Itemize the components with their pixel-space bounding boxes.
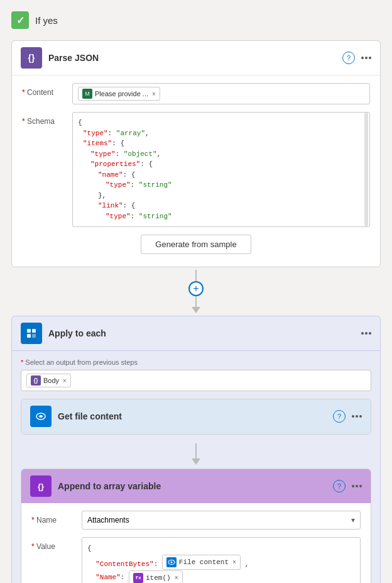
content-chip: M Please provide ... × [78, 87, 160, 101]
add-step-button[interactable]: + [188, 281, 204, 296]
get-file-content-icon [30, 406, 52, 427]
append-array-header: {} Append to array variable ? [21, 469, 371, 503]
if-yes-bar: ✓ If yes [0, 6, 392, 34]
if-yes-label: If yes [35, 15, 58, 26]
apply-to-each-more-button[interactable] [361, 332, 371, 335]
append-array-actions: ? [333, 480, 362, 492]
apply-to-each-actions [361, 332, 371, 335]
value-field-row: * Value { "ContentBytes": [31, 537, 361, 583]
apply-to-each-title: Apply to each [48, 328, 355, 338]
svg-point-5 [40, 415, 42, 418]
append-array-title: Append to array variable [58, 481, 327, 491]
apply-to-each-card: Apply to each * Select an output from pr… [11, 316, 381, 583]
body-chip-close[interactable]: × [63, 377, 67, 384]
body-chip-text: Body [43, 377, 59, 384]
append-array-body: * Name Attachments ▾ * Value [21, 503, 371, 583]
content-field-row: * Content M Please provide ... × [22, 83, 370, 104]
file-content-chip-text: File content [179, 557, 229, 569]
file-content-chip-close[interactable]: × [232, 557, 236, 568]
if-yes-check-icon: ✓ [11, 11, 29, 29]
apply-to-each-header: Apply to each [12, 316, 380, 351]
parse-json-help-icon[interactable]: ? [342, 52, 355, 64]
name-label: * Name [31, 511, 75, 525]
item-chip-close[interactable]: × [175, 573, 178, 583]
content-chip-text: Please provide ... [95, 90, 148, 97]
item-chip-text: item() [146, 572, 171, 583]
inner-connector [21, 440, 371, 469]
body-chip: {} Body × [26, 374, 71, 387]
connector-arrow [192, 307, 200, 313]
name-select-value: Attachments [87, 516, 129, 525]
apply-to-each-body: * Select an output from previous steps {… [12, 351, 380, 583]
parse-json-card: {} Parse JSON ? * Content [11, 40, 381, 267]
get-file-content-header: Get file content ? [21, 399, 371, 434]
schema-input[interactable]: { "type": "array", "items": { "type": "o… [72, 112, 370, 227]
name-field-row: * Name Attachments ▾ [31, 511, 361, 530]
get-file-content-card: Get file content ? [21, 399, 371, 435]
svg-rect-3 [32, 334, 36, 338]
parse-json-body: * Content M Please provide ... × * Schem… [12, 75, 380, 267]
connector-line-bottom [195, 296, 197, 308]
value-label: * Value [31, 537, 75, 551]
parse-json-icon: {} [21, 47, 42, 69]
name-select[interactable]: Attachments ▾ [82, 511, 361, 530]
svg-rect-1 [32, 329, 36, 333]
item-chip: fx item() × [129, 570, 183, 583]
select-output-input[interactable]: {} Body × [21, 370, 371, 391]
append-array-icon: {} [30, 475, 52, 497]
get-file-content-title: Get file content [58, 411, 327, 421]
content-chip-close[interactable]: × [152, 91, 156, 97]
file-content-chip-icon [166, 557, 177, 567]
get-file-content-more-button[interactable] [352, 415, 362, 418]
connector-plus-section: + [0, 267, 392, 316]
parse-json-more-button[interactable] [361, 57, 371, 59]
svg-point-7 [170, 562, 172, 564]
content-input[interactable]: M Please provide ... × [72, 83, 370, 104]
parse-json-actions: ? [342, 52, 371, 64]
get-file-content-actions: ? [333, 410, 362, 423]
append-array-more-button[interactable] [352, 485, 362, 487]
append-array-card: {} Append to array variable ? [21, 469, 371, 583]
chevron-down-icon: ▾ [351, 516, 355, 525]
file-content-chip: File content × [162, 555, 241, 570]
connector-line-top [195, 270, 197, 281]
svg-rect-0 [27, 329, 31, 333]
select-output-label: * Select an output from previous steps [21, 358, 371, 366]
value-input[interactable]: { "ContentBytes": [82, 537, 361, 583]
schema-label: * Schema [22, 112, 66, 126]
page-container: ✓ If yes {} Parse JSON ? * [0, 0, 392, 583]
content-label: * Content [22, 83, 66, 97]
item-chip-icon: fx [133, 573, 143, 583]
apply-to-each-icon [21, 323, 42, 344]
append-array-help-icon[interactable]: ? [333, 480, 346, 492]
parse-json-title: Parse JSON [48, 53, 336, 63]
generate-from-sample-button[interactable]: Generate from sample [141, 235, 251, 254]
schema-field-row: * Schema { "type": "array", "items": { "… [22, 112, 370, 227]
content-chip-icon: M [82, 89, 92, 99]
body-chip-icon: {} [31, 375, 41, 386]
get-file-content-help-icon[interactable]: ? [333, 410, 346, 423]
svg-rect-2 [27, 334, 31, 338]
parse-json-header: {} Parse JSON ? [12, 41, 380, 75]
